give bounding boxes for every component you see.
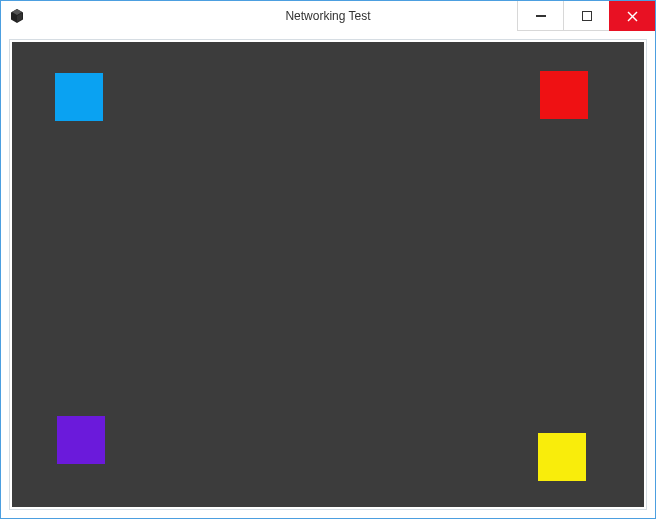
svg-rect-3	[536, 15, 546, 17]
player-red[interactable]	[540, 71, 588, 119]
player-blue[interactable]	[55, 73, 103, 121]
inner-frame	[9, 39, 647, 510]
minimize-button[interactable]	[517, 1, 563, 31]
player-purple[interactable]	[57, 416, 105, 464]
player-yellow[interactable]	[538, 433, 586, 481]
close-icon	[627, 11, 638, 22]
svg-rect-4	[582, 11, 591, 20]
titlebar[interactable]: Networking Test	[1, 1, 655, 31]
client-area	[1, 31, 655, 518]
unity-icon	[9, 8, 25, 24]
window-controls	[517, 1, 655, 31]
window-title: Networking Test	[285, 9, 370, 23]
maximize-icon	[582, 11, 592, 21]
app-window: Networking Test	[0, 0, 656, 519]
close-button[interactable]	[609, 1, 655, 31]
game-viewport[interactable]	[12, 42, 644, 507]
maximize-button[interactable]	[563, 1, 609, 31]
minimize-icon	[536, 11, 546, 21]
